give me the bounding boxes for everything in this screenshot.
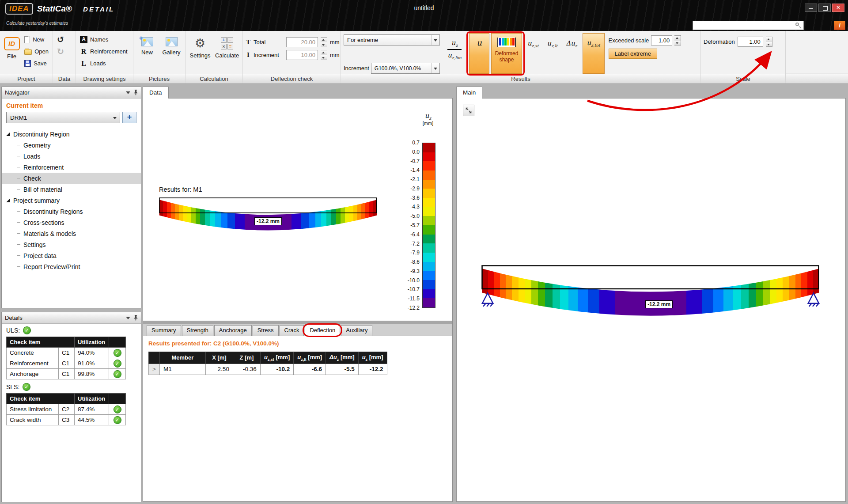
tab-strength[interactable]: Strength (182, 325, 213, 336)
check-ok-icon: ✓ (114, 349, 121, 357)
pin-icon[interactable] (134, 315, 138, 321)
reinforcement-toggle-button[interactable]: R Reinforcement (79, 46, 129, 57)
tab-summary[interactable]: Summary (147, 325, 181, 336)
tab-stress[interactable]: Stress (253, 325, 279, 336)
group-label-deflection-check: Deflection check (243, 74, 341, 83)
legend-cell (423, 298, 435, 307)
u-deflection-button[interactable]: u (469, 33, 489, 74)
add-item-button[interactable]: + (122, 112, 136, 123)
settings-button[interactable]: Settings (188, 33, 212, 74)
navigator-header: Navigator (2, 87, 141, 99)
open-project-button[interactable]: Open (23, 46, 50, 57)
chevron-down-icon[interactable] (431, 63, 439, 73)
tab-main[interactable]: Main (456, 87, 482, 99)
navigator-title: Navigator (5, 89, 30, 96)
uztot-label: uz,tot (587, 39, 600, 73)
exceeded-scale-spinner[interactable] (674, 35, 681, 45)
tree-item-project-data[interactable]: Project data (2, 250, 141, 261)
tree-connector (17, 244, 20, 245)
tree-item-cross-sections[interactable]: Cross-sections (2, 217, 141, 228)
increment-input[interactable]: 10.00 (286, 50, 318, 60)
search-input[interactable] (693, 22, 795, 29)
new-project-button[interactable]: New (23, 34, 50, 45)
delta-uz-button[interactable]: Δuz (563, 33, 580, 74)
tree-item-report-preview-print[interactable]: Report Preview/Print (2, 261, 141, 272)
gallery-button[interactable]: Gallery (160, 33, 182, 74)
group-label-project: Project (0, 74, 53, 83)
fraction-line (447, 49, 462, 50)
separator (143, 321, 452, 324)
current-item-select[interactable]: DRM1 (6, 112, 120, 123)
chevron-down-icon[interactable] (431, 35, 439, 45)
deformation-input[interactable]: 1.00 (738, 37, 763, 47)
close-button[interactable] (832, 4, 844, 12)
deformed-beam-small: -12.2 mm (159, 197, 377, 231)
uztot-button[interactable]: uz,tot (583, 33, 605, 74)
chevron-down-icon[interactable] (126, 317, 130, 322)
tree-item-discontinuity-region[interactable]: Discontinuity Region (2, 129, 141, 140)
increment-select-value: G100.0%, V100.0% (375, 65, 421, 72)
calculate-button[interactable]: +−×= Calculate (214, 33, 240, 74)
total-spinner[interactable] (321, 37, 327, 47)
tree-item-check[interactable]: Check (2, 173, 141, 184)
tree-item-materials-models[interactable]: Materials & models (2, 228, 141, 239)
tab-deflection[interactable]: Deflection (305, 324, 340, 336)
search-box[interactable] (693, 21, 804, 30)
tree-item-discontinuity-regions[interactable]: Discontinuity Regions (2, 206, 141, 217)
deformed-shape-rainbow-icon (497, 38, 516, 47)
sls-table: Check item Utilization Stress limitation… (6, 393, 126, 425)
chevron-down-icon[interactable] (111, 112, 120, 123)
uzst-button[interactable]: uz,st (524, 33, 542, 74)
exceeded-scale-input[interactable]: 1.00 (651, 35, 672, 45)
chevron-down-icon[interactable] (126, 91, 130, 96)
reinforcement-icon: R (80, 48, 87, 56)
fit-to-view-button[interactable] (463, 105, 474, 116)
ribbon-group-scale: Deformation 1.00 Scale (701, 31, 786, 83)
deformation-spinner[interactable] (766, 37, 772, 47)
tree-item-reinforcement[interactable]: Reinforcement (2, 162, 141, 173)
names-toggle-button[interactable]: A Names (79, 34, 129, 45)
total-input[interactable]: 20.00 (286, 37, 318, 47)
redo-button[interactable] (56, 46, 65, 57)
check-row: ReinforcementC191.0%✓ (7, 358, 126, 369)
uzlt-button[interactable]: uz,lt (544, 33, 561, 74)
undo-button[interactable] (56, 34, 65, 45)
ribbon-group-project: ID File New Open Save Project (0, 31, 53, 83)
highlighted-buttons-group: u Deformed shape (469, 33, 522, 74)
tree-item-project-summary[interactable]: Project summary (2, 195, 141, 206)
save-project-button[interactable]: Save (23, 58, 50, 69)
maximize-button[interactable] (818, 4, 831, 12)
picture-new-button[interactable]: + New (136, 33, 158, 74)
calculate-icon: +−×= (221, 37, 233, 49)
deformed-beam-main: -12.2 mm (481, 265, 820, 324)
tree-item-bill-of-material[interactable]: Bill of material (2, 184, 141, 195)
undo-icon (57, 34, 64, 45)
row-expander[interactable]: > (149, 364, 160, 375)
ribbon-filler (786, 31, 848, 83)
search-icon[interactable] (795, 22, 802, 29)
label-extreme-button[interactable]: Label extreme (609, 49, 657, 59)
extreme-select-value: For extreme (347, 37, 378, 43)
extreme-select[interactable]: For extreme (344, 34, 440, 45)
minimize-button[interactable] (805, 4, 817, 12)
gallery-label: Gallery (162, 49, 180, 56)
uz-over-uzlim-button[interactable]: uz uz,lim (442, 33, 467, 74)
info-button[interactable]: i (834, 21, 845, 30)
tree-item-loads[interactable]: Loads (2, 151, 141, 162)
tab-crack[interactable]: Crack (280, 325, 304, 336)
increment-select[interactable]: G100.0%, V100.0% (371, 63, 440, 74)
ribbon-group-data: Data (53, 31, 76, 83)
tab-data[interactable]: Data (143, 87, 169, 99)
tab-anchorage[interactable]: Anchorage (214, 325, 252, 336)
tree-item-geometry[interactable]: Geometry (2, 140, 141, 151)
sls-label: SLS: (6, 383, 19, 390)
increment-spinner[interactable] (321, 50, 327, 60)
file-button[interactable]: ID File (3, 33, 21, 74)
tab-auxiliary[interactable]: Auxiliary (341, 325, 372, 336)
pin-icon[interactable] (134, 90, 138, 95)
redo-icon (57, 46, 64, 57)
loads-toggle-button[interactable]: L Loads (79, 58, 129, 69)
deformed-shape-button[interactable]: Deformed shape (491, 33, 522, 74)
tree-item-settings[interactable]: Settings (2, 239, 141, 250)
ribbon-group-pictures: + New Gallery Pictures (133, 31, 186, 83)
